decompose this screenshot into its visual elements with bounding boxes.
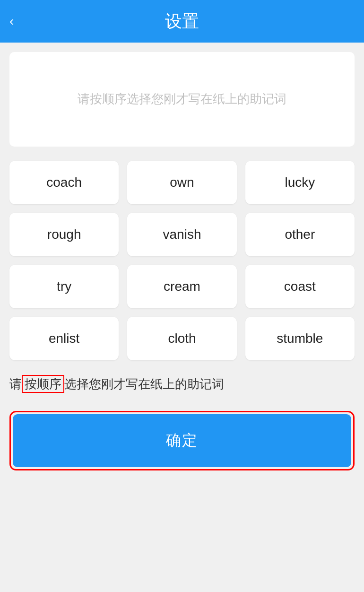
main-content: 请按顺序选择您刚才写在纸上的助记词 coachownluckyroughvani… [0,43,364,592]
word-button-other[interactable]: other [245,213,355,256]
word-button-vanish[interactable]: vanish [127,213,236,256]
page-title: 设置 [165,10,199,33]
instruction-prefix: 请 [9,377,22,391]
confirm-button[interactable]: 确定 [13,414,351,467]
word-button-own[interactable]: own [127,161,236,204]
mnemonic-placeholder: 请按顺序选择您刚才写在纸上的助记词 [78,89,286,109]
word-button-coach[interactable]: coach [9,161,119,204]
word-grid: coachownluckyroughvanishothertrycreamcoa… [9,161,355,360]
instruction-highlight: 按顺序 [22,375,64,393]
word-button-cream[interactable]: cream [127,265,236,308]
word-button-rough[interactable]: rough [9,213,119,256]
word-button-lucky[interactable]: lucky [245,161,355,204]
header: ‹ 设置 [0,0,364,43]
word-button-cloth[interactable]: cloth [127,317,236,360]
back-button[interactable]: ‹ [9,15,14,28]
instruction-suffix: 选择您刚才写在纸上的助记词 [64,377,224,391]
word-button-enlist[interactable]: enlist [9,317,119,360]
word-button-try[interactable]: try [9,265,119,308]
instruction-text: 请按顺序选择您刚才写在纸上的助记词 [9,374,355,394]
confirm-button-wrapper: 确定 [9,411,355,470]
word-button-stumble[interactable]: stumble [245,317,355,360]
mnemonic-display-box: 请按顺序选择您刚才写在纸上的助记词 [9,52,355,147]
word-button-coast[interactable]: coast [245,265,355,308]
